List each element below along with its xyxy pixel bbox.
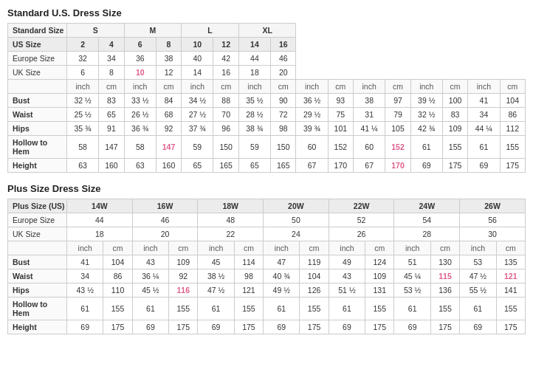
plus-hips-row: Hips 43 ½110 45 ½116 47 ½121 49 ½126 51 … [8, 283, 526, 298]
plus-20w: 20W [264, 199, 329, 213]
group-xl: XL [238, 24, 296, 38]
plus-hollow-hem-row: Hollow to Hem 61155 61155 61155 61155 61… [8, 298, 526, 320]
plus-europe-label: Europe Size [8, 213, 67, 227]
uk-label: UK Size [8, 66, 67, 80]
europe-size-row: Europe Size 32 34 36 38 40 42 44 46 [8, 52, 526, 66]
standard-table: Standard Size S M L XL US Size 2 4 6 8 1… [7, 23, 526, 173]
hips-row: Hips 35 ¾91 36 ¾92 37 ¾96 38 ¾98 39 ¾101… [8, 122, 526, 136]
bust-label: Bust [8, 94, 67, 108]
plus-size-header-row: Plus Size (US) 14W 16W 18W 20W 22W 24W 2… [8, 199, 526, 213]
us-14: 14 [238, 38, 270, 52]
standard-title: Standard U.S. Dress Size [7, 7, 526, 18]
plus-size-label: Plus Size (US) [8, 199, 67, 213]
plus-title: Plus Size Dress Size [7, 183, 526, 194]
page-container: Standard U.S. Dress Size Standard Size S… [7, 7, 526, 334]
plus-height-row: Height 69175 69175 69175 69175 69175 691… [8, 320, 526, 334]
us-6: 6 [124, 38, 156, 52]
us-12: 12 [213, 38, 238, 52]
waist-label: Waist [8, 108, 67, 122]
hollow-hem-label: Hollow to Hem [8, 136, 67, 159]
group-s: S [67, 24, 125, 38]
plus-bust-row: Bust 41104 43109 45114 47119 49124 51130… [8, 255, 526, 269]
us-size-label: US Size [8, 38, 67, 52]
plus-hips-label: Hips [8, 283, 67, 298]
hollow-hem-row: Hollow to Hem 58147 58147 59150 59150 60… [8, 136, 526, 159]
plus-uk-row: UK Size 18 20 22 24 26 28 30 [8, 227, 526, 241]
height-label: Height [8, 159, 67, 173]
plus-subheader-row: inchcm inchcm inchcm inchcm inchcm inchc… [8, 241, 526, 255]
plus-hollow-hem-label: Hollow to Hem [8, 298, 67, 320]
plus-height-label: Height [8, 320, 67, 334]
plus-26w: 26W [460, 199, 526, 213]
size-group-row: Standard Size S M L XL [8, 24, 526, 38]
us-size-row: US Size 2 4 6 8 10 12 14 16 [8, 38, 526, 52]
plus-14w: 14W [67, 199, 133, 213]
plus-18w: 18W [198, 199, 264, 213]
standard-size-label: Standard Size [8, 24, 67, 38]
us-2: 2 [67, 38, 99, 52]
plus-bust-label: Bust [8, 255, 67, 269]
bust-row: Bust 32 ½83 33 ½84 34 ½88 35 ½90 36 ½93 … [8, 94, 526, 108]
group-l: L [182, 24, 239, 38]
height-row: Height 63160 63160 65165 65165 67170 671… [8, 159, 526, 173]
std-subheader-row: inch cm inch cm inch cm inch cm inch cm … [8, 80, 526, 94]
plus-waist-label: Waist [8, 269, 67, 283]
plus-24w: 24W [394, 199, 460, 213]
europe-label: Europe Size [8, 52, 67, 66]
uk-size-row: UK Size 6 8 10 12 14 16 18 20 [8, 66, 526, 80]
plus-europe-row: Europe Size 44 46 48 50 52 54 56 [8, 213, 526, 227]
plus-waist-row: Waist 3486 36 ¼92 38 ½98 40 ¾104 43109 4… [8, 269, 526, 283]
us-16: 16 [271, 38, 296, 52]
us-10: 10 [182, 38, 213, 52]
us-4: 4 [99, 38, 124, 52]
plus-16w: 16W [132, 199, 198, 213]
waist-row: Waist 25 ½65 26 ½68 27 ½70 28 ½72 29 ½75… [8, 108, 526, 122]
plus-table: Plus Size (US) 14W 16W 18W 20W 22W 24W 2… [7, 199, 526, 334]
group-m: M [124, 24, 182, 38]
plus-22w: 22W [329, 199, 394, 213]
plus-uk-label: UK Size [8, 227, 67, 241]
hips-label: Hips [8, 122, 67, 136]
us-8: 8 [156, 38, 181, 52]
